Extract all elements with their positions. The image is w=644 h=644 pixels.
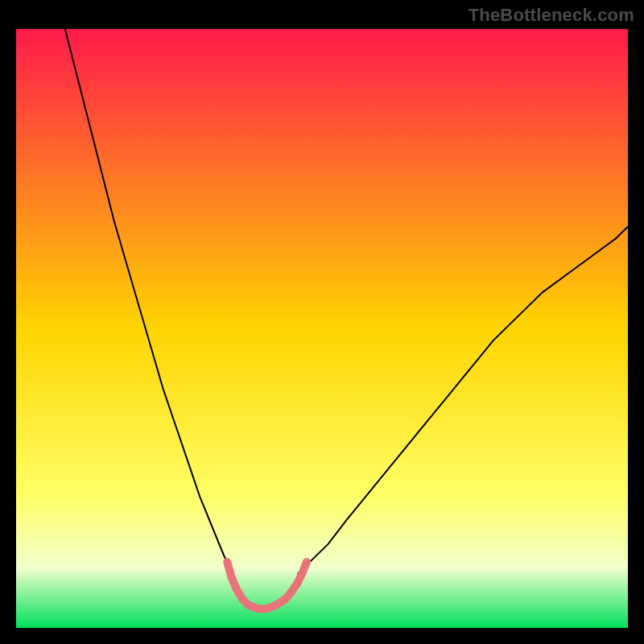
chart-frame: TheBottleneck.com xyxy=(0,0,644,644)
watermark-text: TheBottleneck.com xyxy=(469,5,634,26)
gradient-background xyxy=(16,29,628,628)
plot-area xyxy=(16,29,628,628)
chart-svg xyxy=(16,29,628,628)
